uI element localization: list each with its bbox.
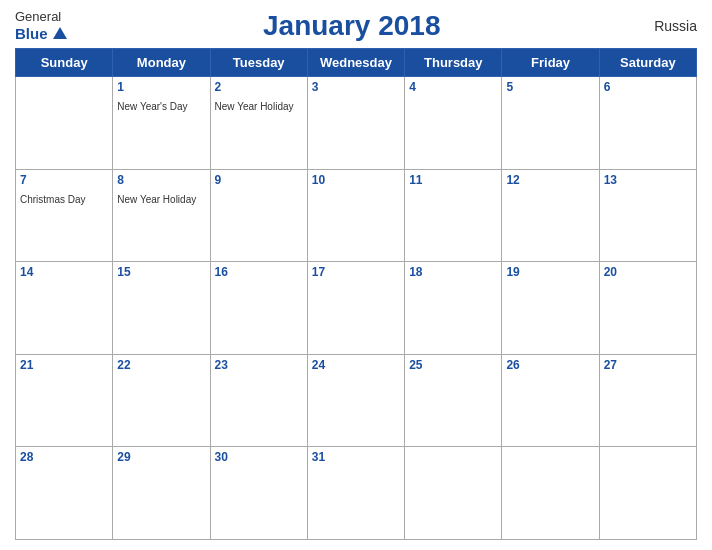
day-cell-1-2: 9 <box>210 169 307 262</box>
day-cell-2-3: 17 <box>307 262 404 355</box>
day-cell-0-4: 4 <box>405 77 502 170</box>
day-number: 16 <box>215 265 303 279</box>
holiday-label: New Year Holiday <box>117 194 196 205</box>
day-number: 20 <box>604 265 692 279</box>
day-cell-1-4: 11 <box>405 169 502 262</box>
calendar-table: Sunday Monday Tuesday Wednesday Thursday… <box>15 48 697 540</box>
day-cell-1-6: 13 <box>599 169 696 262</box>
col-saturday: Saturday <box>599 49 696 77</box>
day-number: 8 <box>117 173 205 187</box>
logo-general-text: General <box>15 10 61 24</box>
day-cell-4-6 <box>599 447 696 540</box>
day-cell-2-5: 19 <box>502 262 599 355</box>
day-number: 17 <box>312 265 400 279</box>
col-wednesday: Wednesday <box>307 49 404 77</box>
logo-triangle-icon <box>53 27 67 39</box>
day-number: 9 <box>215 173 303 187</box>
day-cell-0-2: 2New Year Holiday <box>210 77 307 170</box>
day-number: 3 <box>312 80 400 94</box>
day-cell-4-5 <box>502 447 599 540</box>
holiday-label: New Year's Day <box>117 101 187 112</box>
day-number: 27 <box>604 358 692 372</box>
day-number: 24 <box>312 358 400 372</box>
day-number: 19 <box>506 265 594 279</box>
holiday-label: New Year Holiday <box>215 101 294 112</box>
day-cell-3-6: 27 <box>599 354 696 447</box>
day-cell-4-4 <box>405 447 502 540</box>
calendar-title: January 2018 <box>67 10 637 42</box>
page: General Blue January 2018 Russia Sunday … <box>0 0 712 550</box>
day-cell-0-6: 6 <box>599 77 696 170</box>
day-number: 13 <box>604 173 692 187</box>
calendar-header-row: Sunday Monday Tuesday Wednesday Thursday… <box>16 49 697 77</box>
day-number: 26 <box>506 358 594 372</box>
col-thursday: Thursday <box>405 49 502 77</box>
logo-blue-text: Blue <box>15 25 67 42</box>
country-label: Russia <box>637 18 697 34</box>
header: General Blue January 2018 Russia <box>15 10 697 42</box>
day-cell-2-2: 16 <box>210 262 307 355</box>
week-row-5: 28293031 <box>16 447 697 540</box>
day-number: 11 <box>409 173 497 187</box>
day-cell-3-5: 26 <box>502 354 599 447</box>
week-row-1: 1New Year's Day2New Year Holiday3456 <box>16 77 697 170</box>
day-cell-3-1: 22 <box>113 354 210 447</box>
day-number: 14 <box>20 265 108 279</box>
week-row-4: 21222324252627 <box>16 354 697 447</box>
day-number: 31 <box>312 450 400 464</box>
day-number: 7 <box>20 173 108 187</box>
day-cell-1-0: 7Christmas Day <box>16 169 113 262</box>
day-cell-3-4: 25 <box>405 354 502 447</box>
day-cell-0-5: 5 <box>502 77 599 170</box>
day-cell-4-0: 28 <box>16 447 113 540</box>
day-cell-0-3: 3 <box>307 77 404 170</box>
day-cell-0-1: 1New Year's Day <box>113 77 210 170</box>
day-cell-4-3: 31 <box>307 447 404 540</box>
day-cell-2-1: 15 <box>113 262 210 355</box>
day-number: 10 <box>312 173 400 187</box>
day-number: 23 <box>215 358 303 372</box>
day-cell-0-0 <box>16 77 113 170</box>
day-cell-2-4: 18 <box>405 262 502 355</box>
day-number: 18 <box>409 265 497 279</box>
col-monday: Monday <box>113 49 210 77</box>
day-number: 5 <box>506 80 594 94</box>
day-number: 29 <box>117 450 205 464</box>
day-cell-3-3: 24 <box>307 354 404 447</box>
logo: General Blue <box>15 10 67 41</box>
day-cell-1-5: 12 <box>502 169 599 262</box>
day-cell-2-0: 14 <box>16 262 113 355</box>
day-cell-3-2: 23 <box>210 354 307 447</box>
day-cell-1-3: 10 <box>307 169 404 262</box>
week-row-2: 7Christmas Day8New Year Holiday910111213 <box>16 169 697 262</box>
col-sunday: Sunday <box>16 49 113 77</box>
col-friday: Friday <box>502 49 599 77</box>
day-number: 2 <box>215 80 303 94</box>
day-cell-4-2: 30 <box>210 447 307 540</box>
day-number: 25 <box>409 358 497 372</box>
day-number: 6 <box>604 80 692 94</box>
day-cell-2-6: 20 <box>599 262 696 355</box>
day-cell-1-1: 8New Year Holiday <box>113 169 210 262</box>
day-number: 12 <box>506 173 594 187</box>
day-number: 22 <box>117 358 205 372</box>
day-number: 28 <box>20 450 108 464</box>
week-row-3: 14151617181920 <box>16 262 697 355</box>
day-number: 15 <box>117 265 205 279</box>
day-number: 30 <box>215 450 303 464</box>
col-tuesday: Tuesday <box>210 49 307 77</box>
holiday-label: Christmas Day <box>20 194 86 205</box>
day-number: 21 <box>20 358 108 372</box>
day-number: 4 <box>409 80 497 94</box>
day-cell-4-1: 29 <box>113 447 210 540</box>
day-cell-3-0: 21 <box>16 354 113 447</box>
day-number: 1 <box>117 80 205 94</box>
